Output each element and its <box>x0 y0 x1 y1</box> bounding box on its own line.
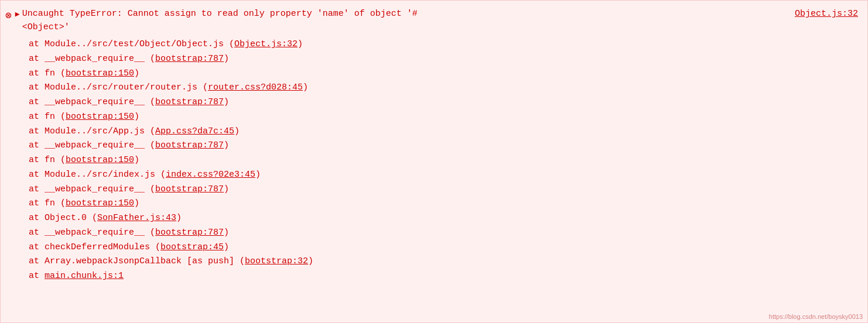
stack-line-suffix: ) <box>224 54 229 64</box>
watermark: https://blog.csdn.net/boysky0013 <box>769 313 863 320</box>
stack-line-suffix: ) <box>255 170 261 180</box>
stack-line-link[interactable]: bootstrap:32 <box>245 256 308 266</box>
stack-trace: at Module../src/test/Object/Object.js (O… <box>1 36 867 285</box>
stack-line-suffix: ) <box>234 126 240 136</box>
error-console-panel: ⊗ ▶ Uncaught TypeError: Cannot assign to… <box>0 0 868 323</box>
stack-line: at main.chunk.js:1 <box>29 269 867 284</box>
stack-line-prefix: at fn ( <box>29 112 66 122</box>
stack-line-link[interactable]: Object.js:32 <box>234 39 298 49</box>
stack-line-link[interactable]: bootstrap:45 <box>160 242 224 252</box>
stack-line-prefix: at Array.webpackJsonpCallback [as push] … <box>29 256 245 266</box>
stack-line-prefix: at Module../src/App.js ( <box>29 126 155 136</box>
stack-line-link[interactable]: bootstrap:150 <box>66 68 134 78</box>
stack-line-prefix: at checkDeferredModules ( <box>29 242 160 252</box>
error-line1: Uncaught TypeError: Cannot assign to rea… <box>22 9 418 19</box>
stack-line: at __webpack_require__ (bootstrap:787) <box>29 52 867 67</box>
error-icon: ⊗ <box>5 9 12 22</box>
stack-line-link[interactable]: bootstrap:787 <box>155 54 224 64</box>
stack-line-suffix: ) <box>224 184 229 194</box>
stack-line-suffix: ) <box>134 112 139 122</box>
stack-line-link[interactable]: bootstrap:150 <box>66 112 134 122</box>
stack-line-link[interactable]: router.css?d028:45 <box>208 83 303 92</box>
error-main-message: Uncaught TypeError: Cannot assign to rea… <box>22 8 863 34</box>
stack-line: at Module../src/test/Object/Object.js (O… <box>29 37 867 52</box>
stack-line-suffix: ) <box>298 39 303 49</box>
stack-line-link[interactable]: main.chunk.js:1 <box>45 271 124 281</box>
error-line2: <Object>' <box>22 22 70 32</box>
stack-line: at checkDeferredModules (bootstrap:45) <box>29 240 867 255</box>
stack-line-suffix: ) <box>134 198 139 208</box>
stack-line: at Module../src/router/router.js (router… <box>29 81 867 95</box>
stack-line: at fn (bootstrap:150) <box>29 153 867 168</box>
stack-line-suffix: ) <box>303 83 308 92</box>
stack-line-suffix: ) <box>134 68 139 78</box>
error-source-link[interactable]: Object.js:32 <box>795 9 858 19</box>
stack-line-link[interactable]: SonFather.js:43 <box>97 213 176 223</box>
stack-line: at Object.0 (SonFather.js:43) <box>29 211 867 226</box>
stack-line-link[interactable]: bootstrap:787 <box>155 97 224 107</box>
stack-line: at fn (bootstrap:150) <box>29 67 867 81</box>
stack-line-suffix: ) <box>224 97 229 107</box>
stack-line-prefix: at __webpack_require__ ( <box>29 140 155 150</box>
stack-line-prefix: at fn ( <box>29 198 66 208</box>
stack-line: at fn (bootstrap:150) <box>29 110 867 125</box>
stack-line: at __webpack_require__ (bootstrap:787) <box>29 139 867 153</box>
stack-line-link[interactable]: bootstrap:150 <box>66 198 134 208</box>
stack-line: at Module../src/index.js (index.css?02e3… <box>29 168 867 183</box>
stack-line-prefix: at <box>29 271 45 281</box>
stack-line-suffix: ) <box>224 140 229 150</box>
stack-line-suffix: ) <box>176 213 182 223</box>
stack-line-link[interactable]: bootstrap:787 <box>155 228 224 238</box>
stack-line-link[interactable]: index.css?02e3:45 <box>166 170 255 180</box>
stack-line-prefix: at __webpack_require__ ( <box>29 184 155 194</box>
stack-line-prefix: at fn ( <box>29 155 66 165</box>
stack-line: at Array.webpackJsonpCallback [as push] … <box>29 255 867 269</box>
stack-line-link[interactable]: bootstrap:150 <box>66 155 134 165</box>
stack-line-suffix: ) <box>224 242 229 252</box>
stack-line-link[interactable]: App.css?da7c:45 <box>155 126 234 136</box>
stack-line-prefix: at Module../src/test/Object/Object.js ( <box>29 39 234 49</box>
stack-line: at __webpack_require__ (bootstrap:787) <box>29 95 867 110</box>
stack-line-prefix: at Object.0 ( <box>29 213 97 223</box>
stack-line-prefix: at __webpack_require__ ( <box>29 97 155 107</box>
stack-line-link[interactable]: bootstrap:787 <box>155 184 224 194</box>
stack-line: at __webpack_require__ (bootstrap:787) <box>29 226 867 240</box>
stack-line: at Module../src/App.js (App.css?da7c:45) <box>29 125 867 139</box>
stack-line-suffix: ) <box>308 256 313 266</box>
error-header: ⊗ ▶ Uncaught TypeError: Cannot assign to… <box>1 5 867 36</box>
stack-line-suffix: ) <box>134 155 139 165</box>
stack-line-prefix: at fn ( <box>29 68 66 78</box>
stack-line-link[interactable]: bootstrap:787 <box>155 140 224 150</box>
stack-line-prefix: at Module../src/index.js ( <box>29 170 166 180</box>
stack-line-prefix: at __webpack_require__ ( <box>29 54 155 64</box>
stack-line-suffix: ) <box>224 228 229 238</box>
expand-arrow-icon[interactable]: ▶ <box>15 9 20 19</box>
stack-line-prefix: at __webpack_require__ ( <box>29 228 155 238</box>
stack-line: at fn (bootstrap:150) <box>29 197 867 211</box>
stack-line-prefix: at Module../src/router/router.js ( <box>29 83 208 92</box>
stack-line: at __webpack_require__ (bootstrap:787) <box>29 183 867 197</box>
